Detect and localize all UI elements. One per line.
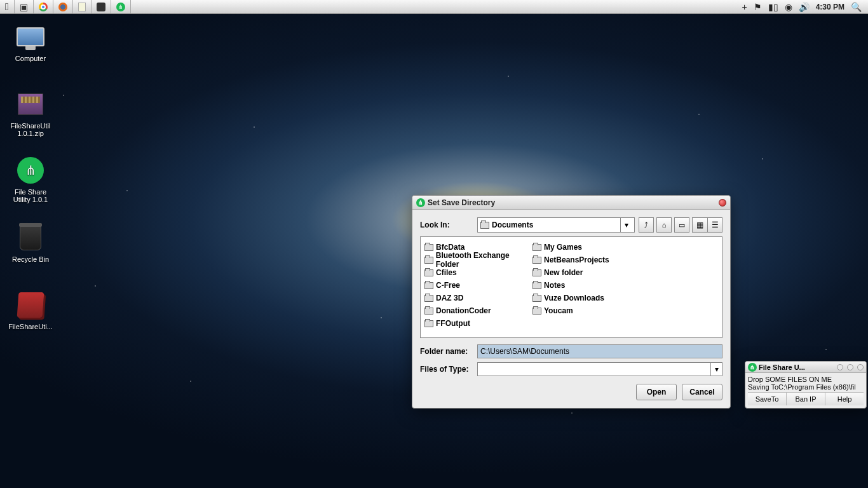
folder-label: C-Free (436, 281, 460, 290)
files-type-select[interactable]: ▾ (477, 362, 722, 376)
dialog-titlebar[interactable]: ⋔ Set Save Directory (412, 196, 730, 210)
folder-icon (424, 295, 433, 302)
desktop-icon-trash[interactable]: Recycle Bin (5, 222, 56, 263)
drop-message: Drop SOME FILES ON ME (748, 376, 864, 383)
folder-icon (424, 308, 433, 315)
menubar:  ▣ ⋔ + ⚑ ▮▯ ◉ 🔊 4:30 PM 🔍 (0, 0, 868, 14)
cancel-button[interactable]: Cancel (682, 384, 722, 400)
folder-item[interactable]: DonationCoder (424, 304, 532, 317)
help-button[interactable]: Help (825, 393, 864, 405)
close-icon[interactable] (719, 199, 726, 207)
new-folder-button[interactable]: ▭ (674, 217, 689, 233)
folder-icon (480, 222, 489, 229)
save-directory-dialog: ⋔ Set Save Directory Look In: Documents … (412, 195, 731, 409)
folder-name-label: Folder name: (420, 347, 473, 356)
desktop-icon-label: FileShareUtil 1.0.1.zip (5, 122, 56, 137)
desktop-icon-label: Computer (5, 55, 56, 62)
apple-menu-icon[interactable]:  (0, 0, 15, 13)
folder-label: Cfiles (436, 268, 457, 277)
app-icon[interactable] (92, 0, 111, 13)
folder-icon (424, 244, 433, 251)
folder-label: FFOutput (436, 319, 470, 328)
saveto-button[interactable]: SaveTo (748, 393, 787, 405)
share-app-icon[interactable]: ⋔ (111, 0, 131, 13)
file-share-window: ⋔ File Share U... Drop SOME FILES ON ME … (745, 361, 867, 409)
dialog-title: Set Save Directory (428, 198, 495, 207)
volume-icon[interactable]: 🔊 (799, 2, 810, 12)
saving-path: Saving ToC:\Program Files (x86)\fil (748, 383, 864, 391)
folder-item[interactable]: Bluetooth Exchange Folder (424, 254, 532, 266)
plus-icon[interactable]: + (742, 2, 747, 12)
folder-item[interactable]: Vuze Downloads (532, 292, 641, 304)
folder-icon (532, 269, 541, 276)
file-list[interactable]: BfcDataBluetooth Exchange FolderCfilesC-… (420, 236, 722, 338)
wifi-icon[interactable]: ◉ (785, 2, 792, 12)
flag-icon[interactable]: ⚑ (754, 2, 762, 12)
search-icon[interactable]: 🔍 (851, 2, 862, 12)
open-button[interactable]: Open (636, 384, 677, 400)
desktop-icon-redfolder[interactable]: FileShareUti... (5, 290, 56, 330)
folder-item[interactable]: Cfiles (424, 266, 532, 279)
list-view-button[interactable]: ☰ (707, 217, 722, 233)
banip-button[interactable]: Ban IP (787, 393, 825, 405)
folder-label: Notes (544, 281, 565, 290)
folder-item[interactable]: C-Free (424, 279, 532, 292)
folder-label: BfcData (436, 243, 465, 252)
folder-name-input[interactable]: C:\Users\SAM\Documents (477, 344, 722, 358)
clock[interactable]: 4:30 PM (816, 3, 844, 11)
folder-icon (424, 282, 433, 289)
folder-label: DonationCoder (436, 306, 491, 315)
folder-item[interactable]: Notes (532, 279, 641, 292)
folder-label: DAZ 3D (436, 294, 463, 302)
folder-item[interactable]: Youcam (532, 304, 641, 317)
mini-app-icon: ⋔ (748, 363, 757, 372)
desktop-icon-label: FileShareUti... (5, 323, 56, 330)
desktop-icon-share[interactable]: ⋔File Share Utility 1.0.1 (5, 155, 56, 203)
folder-label: Vuze Downloads (544, 294, 604, 302)
folder-icon (424, 320, 433, 327)
notepad-icon[interactable] (73, 0, 92, 13)
folder-icon (532, 295, 541, 302)
finder-icon[interactable]: ▣ (15, 0, 34, 13)
firefox-icon[interactable] (53, 0, 73, 13)
minimize-icon[interactable] (837, 364, 843, 370)
desktop-icon-monitor[interactable]: Computer (5, 22, 56, 62)
folder-label: NetBeansProjects (544, 255, 609, 264)
dialog-app-icon: ⋔ (416, 198, 425, 207)
mini-body[interactable]: Drop SOME FILES ON ME Saving ToC:\Progra… (745, 373, 866, 408)
maximize-icon[interactable] (847, 364, 853, 370)
folder-item[interactable]: FFOutput (424, 317, 532, 330)
folder-item[interactable]: DAZ 3D (424, 292, 532, 304)
close-icon[interactable] (857, 364, 864, 370)
folder-item[interactable]: NetBeansProjects (532, 254, 641, 266)
folder-label: Youcam (544, 306, 573, 315)
desktop-icon-zip[interactable]: FileShareUtil 1.0.1.zip (5, 89, 56, 137)
chevron-down-icon[interactable]: ▾ (620, 218, 632, 232)
icon-view-button[interactable]: ▦ (692, 217, 707, 233)
look-in-label: Look In: (420, 220, 473, 229)
home-button[interactable]: ⌂ (656, 217, 672, 233)
folder-label: New folder (544, 268, 583, 277)
mini-title: File Share U... (759, 363, 805, 371)
folder-icon (532, 244, 541, 251)
up-folder-button[interactable]: ⤴ (639, 217, 654, 233)
folder-item[interactable]: My Games (532, 241, 641, 254)
chrome-icon[interactable] (34, 0, 53, 13)
chevron-down-icon[interactable]: ▾ (710, 363, 722, 376)
files-type-label: Files of Type: (420, 365, 473, 374)
desktop-icon-label: Recycle Bin (5, 255, 56, 263)
desktop-icon-label: File Share Utility 1.0.1 (5, 188, 56, 203)
look-in-combo[interactable]: Documents ▾ (477, 217, 635, 233)
mini-titlebar[interactable]: ⋔ File Share U... (745, 362, 866, 373)
look-in-value: Documents (492, 220, 533, 229)
folder-icon (532, 282, 541, 289)
folder-icon (532, 308, 541, 315)
folder-item[interactable]: New folder (532, 266, 641, 279)
folder-icon (424, 257, 433, 264)
folder-icon (532, 257, 541, 264)
folder-label: My Games (544, 243, 582, 252)
battery-icon[interactable]: ▮▯ (768, 2, 778, 12)
folder-icon (424, 269, 433, 276)
